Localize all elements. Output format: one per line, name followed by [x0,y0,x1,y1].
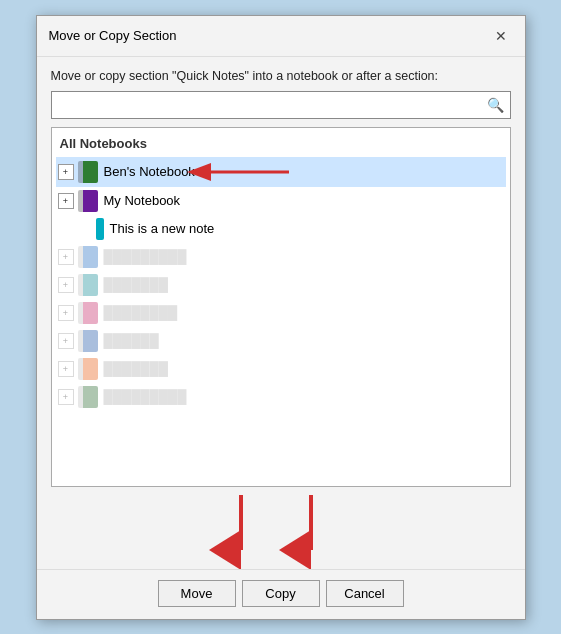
expand-extra-1[interactable]: + [58,249,74,265]
expand-extra-3[interactable]: + [58,305,74,321]
notebook-item-my[interactable]: + My Notebook [56,187,506,215]
tree-header: All Notebooks [56,134,506,157]
notebook-tree: All Notebooks + Ben's Notebook [51,127,511,487]
expand-my-notebook[interactable]: + [58,193,74,209]
down-arrows-svg [181,495,381,565]
expand-extra-4[interactable]: + [58,333,74,349]
arrows-area [37,499,525,569]
extra-notebook-icon-2 [78,274,98,296]
close-button[interactable]: ✕ [489,24,513,48]
notebook-item-extra-1[interactable]: + █████████ [56,243,506,271]
section-icon [96,218,104,240]
extra-notebook-icon-3 [78,302,98,324]
notebook-item-extra-6[interactable]: + █████████ [56,383,506,411]
instruction-text: Move or copy section "Quick Notes" into … [51,69,511,83]
search-row: 🔍 [51,91,511,119]
search-button[interactable]: 🔍 [482,92,510,118]
dialog-body: Move or copy section "Quick Notes" into … [37,57,525,499]
bens-notebook-icon [78,161,98,183]
move-copy-dialog: Move or Copy Section ✕ Move or copy sect… [36,15,526,620]
dialog-footer: Move Copy Cancel [37,569,525,619]
arrow-bens [201,160,291,184]
my-notebook-label: My Notebook [104,193,181,208]
section-item-new-note[interactable]: This is a new note [56,215,506,243]
extra-notebook-icon-5 [78,358,98,380]
cancel-button[interactable]: Cancel [326,580,404,607]
expand-bens-notebook[interactable]: + [58,164,74,180]
title-bar: Move or Copy Section ✕ [37,16,525,57]
notebook-item-extra-2[interactable]: + ███████ [56,271,506,299]
notebook-item-extra-3[interactable]: + ████████ [56,299,506,327]
expand-extra-2[interactable]: + [58,277,74,293]
notebook-item-bens[interactable]: + Ben's Notebook [56,157,506,187]
bens-notebook-label: Ben's Notebook [104,164,195,179]
notebook-item-extra-4[interactable]: + ██████ [56,327,506,355]
my-notebook-icon [78,190,98,212]
section-label: This is a new note [110,221,215,236]
search-input[interactable] [52,94,482,115]
expand-extra-6[interactable]: + [58,389,74,405]
extra-notebook-icon-6 [78,386,98,408]
extra-notebook-icon-4 [78,330,98,352]
expand-extra-5[interactable]: + [58,361,74,377]
copy-button[interactable]: Copy [242,580,320,607]
dialog-title: Move or Copy Section [49,28,177,43]
extra-notebook-icon-1 [78,246,98,268]
move-button[interactable]: Move [158,580,236,607]
notebook-item-extra-5[interactable]: + ███████ [56,355,506,383]
